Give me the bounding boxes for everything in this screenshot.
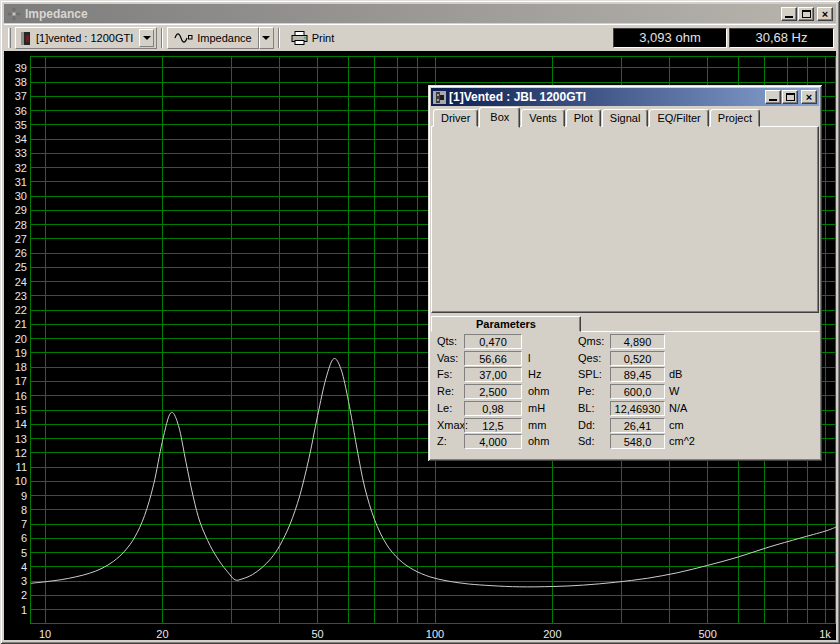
- parameters-tabstrip: Parameters: [431, 315, 819, 332]
- param-label: Vas:: [437, 351, 458, 365]
- param-value-box: 4,890: [610, 334, 665, 349]
- param-value-box: 0,520: [610, 351, 665, 366]
- param-value-box: 0,470: [464, 334, 522, 349]
- maximize-icon: [802, 10, 811, 18]
- param-unit: W: [669, 384, 679, 398]
- toolbar-separator: [161, 28, 163, 48]
- parameter-row: Fs:37,00HzSPL:89,45dB: [431, 367, 819, 382]
- project-selector[interactable]: [1]vented : 1200GTI: [15, 27, 157, 49]
- box-tab-page: [431, 126, 819, 313]
- param-label: Fs:: [437, 367, 452, 381]
- parameter-row: Qts:0,470Qms:4,890: [431, 334, 819, 349]
- tab-eq-filter[interactable]: EQ/Filter: [649, 109, 708, 127]
- param-unit: mH: [528, 401, 545, 415]
- param-unit: N/A: [669, 401, 687, 415]
- toolbar-grip[interactable]: [8, 28, 11, 48]
- param-unit: mm: [528, 418, 546, 432]
- param-unit: ohm: [528, 434, 549, 448]
- y-axis-label: 13: [15, 433, 27, 445]
- toolbar-separator: [278, 28, 280, 48]
- window-title: Impedance: [25, 7, 781, 21]
- application-window: Impedance × [1]vented : 1200GTI Impedanc…: [0, 0, 840, 644]
- chevron-down-icon: [262, 36, 270, 40]
- dialog-titlebar[interactable]: [1]Vented : JBL 1200GTI ×: [431, 88, 819, 106]
- y-axis-label: 32: [15, 162, 27, 174]
- y-axis-label: 26: [15, 247, 27, 259]
- toolbar: [1]vented : 1200GTI Impedance Print 3,09…: [4, 24, 836, 51]
- tab-box[interactable]: Box: [479, 107, 520, 128]
- param-label: Dd:: [578, 418, 595, 432]
- param-label: Re:: [437, 384, 454, 398]
- y-axis-label: 6: [21, 532, 27, 544]
- y-axis-label: 4: [21, 561, 27, 573]
- y-axis-label: 34: [15, 133, 27, 145]
- param-label: Qes:: [578, 351, 601, 365]
- parameter-row: Re:2,500ohmPe:600,0W: [431, 384, 819, 399]
- x-axis-label: 10: [39, 628, 51, 640]
- param-value-box: 4,000: [464, 434, 522, 449]
- y-axis-label: 3: [21, 575, 27, 587]
- param-value-box: 548,0: [610, 434, 665, 449]
- param-unit: dB: [669, 367, 682, 381]
- dialog-close-button[interactable]: ×: [801, 90, 817, 104]
- minimize-button[interactable]: [781, 7, 797, 21]
- y-axis-label: 38: [15, 76, 27, 88]
- y-axis-label: 22: [15, 304, 27, 316]
- param-value-box: 26,41: [610, 418, 665, 433]
- chevron-down-icon: [143, 36, 151, 40]
- y-axis-label: 5: [21, 547, 27, 559]
- close-button[interactable]: ×: [817, 7, 833, 21]
- close-icon: ×: [806, 92, 812, 102]
- param-label: Sd:: [578, 434, 595, 448]
- y-axis-label: 11: [16, 461, 27, 473]
- plot-type-dropdown[interactable]: [259, 27, 274, 49]
- print-button[interactable]: Print: [284, 27, 342, 49]
- close-icon: ×: [822, 9, 828, 19]
- project-selector-dropdown[interactable]: [139, 29, 154, 47]
- x-axis-label: 500: [698, 628, 716, 640]
- y-axis-label: 31: [15, 176, 27, 188]
- param-value-box: 56,66: [464, 351, 522, 366]
- y-axis-label: 1: [21, 604, 27, 616]
- param-value-box: 37,00: [464, 367, 522, 382]
- printer-icon: [291, 31, 308, 45]
- tab-driver[interactable]: Driver: [433, 109, 478, 127]
- minimize-icon: [769, 99, 777, 101]
- dialog-maximize-button[interactable]: [782, 90, 798, 104]
- y-axis-label: 16: [15, 390, 27, 402]
- y-axis-label: 36: [15, 105, 27, 117]
- parameter-row: Z:4,000ohmSd:548,0cm^2: [431, 434, 819, 449]
- y-axis-label: 30: [15, 190, 27, 202]
- maximize-button[interactable]: [798, 7, 814, 21]
- y-axis-label: 19: [15, 347, 27, 359]
- plot-type-button[interactable]: Impedance: [167, 27, 258, 49]
- tab-project[interactable]: Project: [710, 109, 760, 127]
- parameter-row: Xmax:12,5mmDd:26,41cm: [431, 418, 819, 433]
- param-label: BL:: [578, 401, 595, 415]
- param-unit: ohm: [528, 384, 549, 398]
- y-axis-label: 2: [21, 589, 27, 601]
- y-axis-label: 14: [15, 418, 27, 430]
- main-titlebar[interactable]: Impedance ×: [4, 4, 836, 23]
- dialog-minimize-button[interactable]: [765, 90, 781, 104]
- param-label: Qts:: [437, 334, 457, 348]
- param-value-box: 12,5: [464, 418, 522, 433]
- tab-vents[interactable]: Vents: [521, 109, 565, 127]
- x-axis-label: 50: [311, 628, 323, 640]
- y-axis-label: 8: [21, 504, 27, 516]
- print-label: Print: [312, 32, 335, 44]
- y-axis-label: 20: [15, 333, 27, 345]
- y-axis-label: 25: [15, 261, 27, 273]
- param-value-box: 89,45: [610, 367, 665, 382]
- y-axis-label: 39: [15, 62, 27, 74]
- param-value-box: 0,98: [464, 401, 522, 416]
- tab-signal[interactable]: Signal: [602, 109, 649, 127]
- dialog-tabs: DriverBoxVentsPlotSignalEQ/FilterProject: [433, 107, 817, 127]
- y-axis-label: 28: [15, 219, 27, 231]
- tab-plot[interactable]: Plot: [566, 109, 601, 127]
- param-label: Z:: [437, 434, 447, 448]
- box-dialog: [1]Vented : JBL 1200GTI × DriverBoxVents…: [428, 85, 822, 461]
- y-axis-label: 35: [15, 119, 27, 131]
- plot-window-icon: [7, 7, 21, 21]
- parameters-header: Parameters: [431, 316, 581, 332]
